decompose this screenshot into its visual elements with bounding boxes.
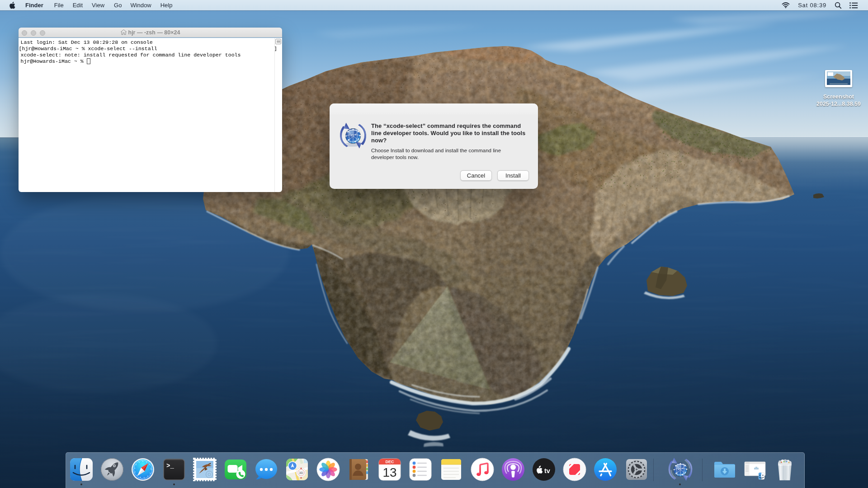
svg-text:>_: >_ [166,462,174,469]
svg-text:13: 13 [382,465,396,479]
svg-text:3D: 3D [299,471,303,474]
svg-text:DEC: DEC [385,460,394,464]
svg-text:tv: tv [544,467,550,474]
